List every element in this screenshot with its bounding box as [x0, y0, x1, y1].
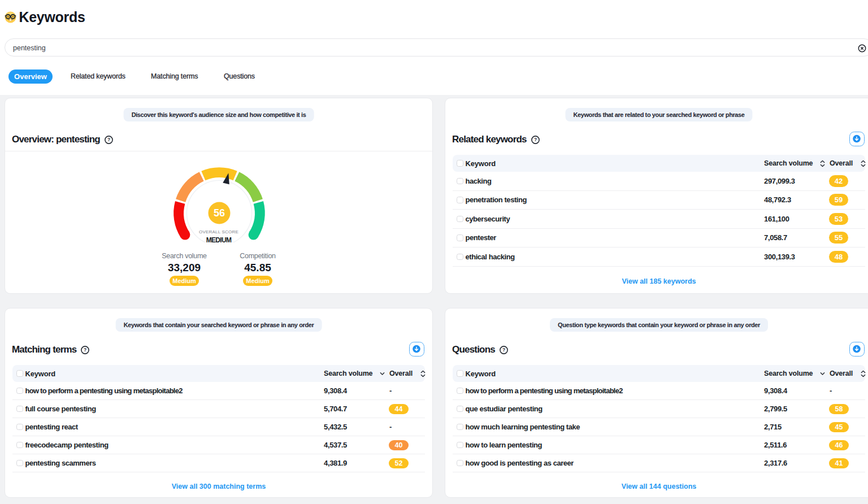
svg-text:?: ?	[534, 137, 537, 142]
svg-text:?: ?	[84, 347, 86, 353]
svg-text:?: ?	[502, 347, 505, 353]
svg-text:?: ?	[107, 137, 110, 142]
svg-text:56: 56	[214, 207, 225, 219]
